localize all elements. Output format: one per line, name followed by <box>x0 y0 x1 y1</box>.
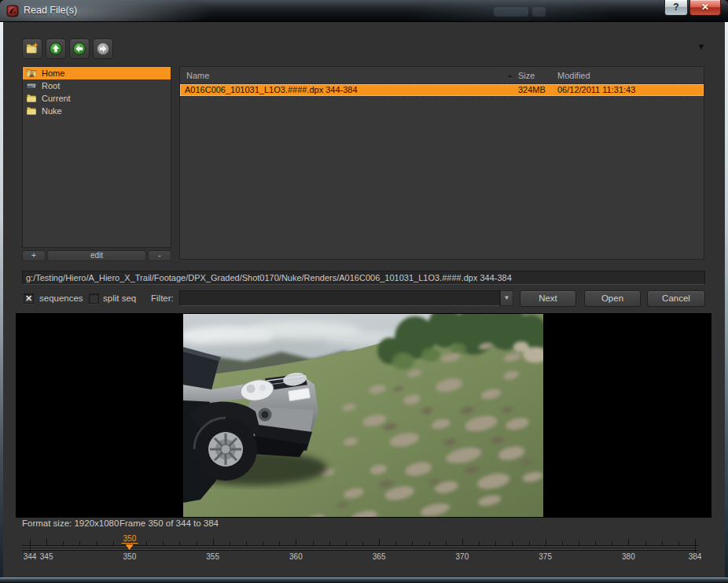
column-header-size[interactable]: Size <box>518 71 557 80</box>
timeline-tick <box>197 541 197 545</box>
back-button[interactable] <box>69 39 90 59</box>
cancel-button[interactable]: Cancel <box>647 290 705 307</box>
back-arrow-icon <box>72 42 86 56</box>
panel-menu-icon[interactable]: ▼ <box>695 42 708 51</box>
timeline-tick <box>230 541 230 545</box>
timeline-frame-label: 365 <box>373 552 386 561</box>
timeline-tick <box>645 541 646 545</box>
edit-bookmark-button[interactable]: edit <box>47 250 146 261</box>
timeline-tick <box>97 541 97 545</box>
file-row[interactable]: A016C006_101031_L1O3.####.dpx 344-384324… <box>180 84 704 96</box>
timeline-tick <box>529 541 530 545</box>
nuke-app-icon <box>6 5 19 17</box>
preview-area <box>16 313 711 518</box>
file-name: A016C006_101031_L1O3.####.dpx 344-384 <box>180 84 518 96</box>
open-button[interactable]: Open <box>584 290 641 307</box>
bookmark-item-home[interactable]: Home <box>23 67 171 79</box>
bookmark-label: Current <box>42 94 71 103</box>
timeline-tick <box>179 541 180 545</box>
timeline-tick <box>379 539 380 545</box>
new-folder-button[interactable] <box>22 39 42 59</box>
timeline-tick <box>213 539 214 545</box>
sequences-checkbox[interactable]: ✕ <box>24 293 34 304</box>
timeline-tick <box>479 541 480 545</box>
timeline-frame-label: 384 <box>689 552 702 561</box>
file-size: 324MB <box>518 84 557 96</box>
frame-marker-triangle-icon <box>126 544 134 554</box>
bookmarks-panel: Home Root Current Nuke <box>22 66 171 248</box>
add-bookmark-button[interactable]: + <box>22 250 46 261</box>
filter-label: Filter: <box>151 293 174 303</box>
timeline-tick <box>628 539 629 545</box>
timeline-frame-label: 375 <box>539 552 552 561</box>
folder-icon <box>26 105 37 116</box>
up-directory-button[interactable] <box>46 39 66 59</box>
filter-dropdown-icon[interactable]: ▼ <box>500 290 513 306</box>
titlebar-glass-reflection <box>532 7 546 17</box>
timeline-frame-label: 360 <box>289 552 303 561</box>
window-frame-bottom <box>0 577 728 583</box>
close-button[interactable]: ✕ <box>689 0 721 16</box>
sort-ascending-icon[interactable]: ▲ <box>506 72 513 79</box>
column-header-modified[interactable]: Modified <box>557 71 704 80</box>
timeline-tick <box>595 541 596 545</box>
help-button[interactable]: ? <box>664 0 688 16</box>
up-arrow-icon <box>49 42 63 56</box>
forward-arrow-icon <box>96 42 110 56</box>
timeline-frame-label: 380 <box>622 552 635 561</box>
bookmark-item-current[interactable]: Current <box>23 92 171 105</box>
timeline-frame-label: 345 <box>40 552 53 561</box>
sequences-label: sequences <box>39 293 83 303</box>
column-header-name[interactable]: Name ▲ <box>180 71 518 80</box>
titlebar[interactable]: Read File(s) ? ✕ <box>0 0 728 22</box>
window-frame-left <box>0 22 3 583</box>
timeline-frame-label: 344 <box>24 552 37 561</box>
timeline-ruler[interactable]: 350 344345350355360365370375380384 <box>30 530 695 562</box>
folder-icon <box>26 93 37 104</box>
timeline-tick <box>446 541 447 545</box>
timeline-tick <box>678 541 679 545</box>
timeline-tick <box>246 541 247 545</box>
timeline-tick <box>163 541 164 545</box>
computer-icon <box>26 80 37 91</box>
timeline-tick <box>412 541 413 545</box>
path-input[interactable] <box>22 271 705 285</box>
timeline-tick <box>113 541 114 545</box>
timeline-tick <box>63 541 64 545</box>
timeline-tick <box>612 541 612 545</box>
timeline-frame-label: 355 <box>206 552 219 561</box>
bookmark-item-root[interactable]: Root <box>23 79 171 92</box>
format-size-status: Format size: 1920x1080 <box>22 518 119 528</box>
timeline-tick <box>495 541 496 545</box>
frame-info-status: Frame 350 of 344 to 384 <box>119 518 219 528</box>
frame-marker-label: 350 <box>122 534 138 544</box>
timeline-tick <box>263 541 263 545</box>
file-rows: A016C006_101031_L1O3.####.dpx 344-384324… <box>180 84 704 96</box>
bookmark-label: Nuke <box>42 106 62 116</box>
filter-input[interactable] <box>179 290 500 306</box>
timeline-tick <box>395 541 396 545</box>
bookmarks-list: Home Root Current Nuke <box>23 67 171 117</box>
timeline-tick <box>313 541 314 545</box>
timeline-tick <box>562 541 563 545</box>
frame-marker[interactable]: 350 <box>122 530 138 554</box>
new-folder-icon <box>25 42 39 56</box>
timeline-tick <box>46 539 47 545</box>
window-frame-right <box>725 22 728 583</box>
timeline-tick <box>362 541 363 545</box>
timeline-tick <box>79 541 80 545</box>
timeline-tick <box>546 539 546 545</box>
remove-bookmark-button[interactable]: - <box>148 250 171 261</box>
preview-image <box>183 314 543 517</box>
split-seq-label: split seq <box>103 293 136 303</box>
timeline-tick <box>462 539 463 545</box>
split-seq-checkbox[interactable] <box>89 293 99 304</box>
timeline-tick <box>279 541 280 545</box>
timeline-tick <box>296 539 296 545</box>
timeline-tick <box>329 541 330 545</box>
bookmark-item-nuke[interactable]: Nuke <box>23 105 171 117</box>
next-button[interactable]: Next <box>520 290 576 307</box>
timeline-tick <box>662 541 663 545</box>
forward-button[interactable] <box>93 39 113 59</box>
column-name-label: Name <box>186 71 209 80</box>
